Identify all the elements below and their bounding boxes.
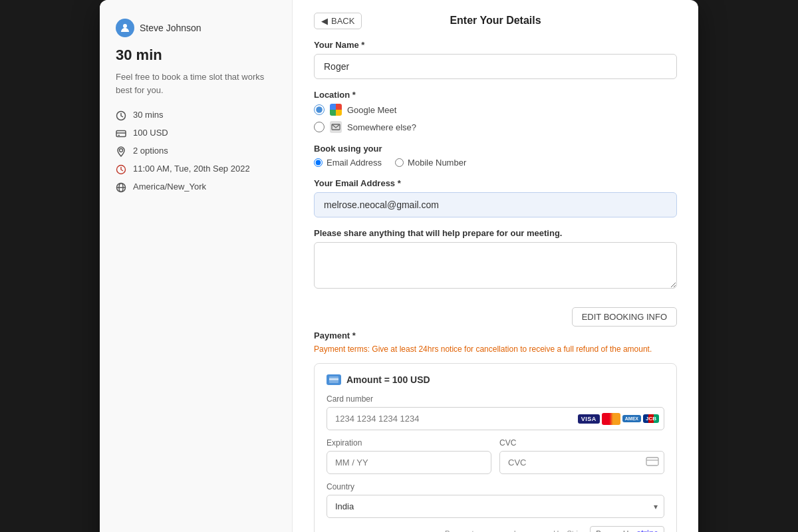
svg-rect-12 (330, 110, 336, 116)
amex-badge: AMEX (622, 415, 641, 422)
book-mobile-option[interactable]: Mobile Number (395, 158, 466, 168)
stripe-badge: Powered by stripe (590, 526, 664, 532)
book-using-section: Book using your Email Address Mobile Num… (314, 144, 677, 168)
expiry-input[interactable] (327, 451, 491, 474)
notes-label: Please share anything that will help pre… (314, 228, 677, 238)
svg-point-5 (120, 149, 123, 152)
somewhere-icon (330, 121, 342, 133)
meeting-desc: Feel free to book a time slot that works… (116, 70, 276, 96)
left-panel: Steve Johnson 30 min Feel free to book a… (100, 0, 293, 532)
country-wrapper: India United States United Kingdom Canad… (327, 495, 664, 518)
info-list: 30 mins 100 USD (116, 110, 276, 193)
somewhere-else-label: Somewhere else? (347, 122, 416, 132)
right-panel: ◀ BACK Enter Your Details Your Name * Lo… (293, 0, 698, 532)
location-label: Location * (314, 90, 677, 100)
svg-rect-17 (646, 458, 658, 466)
cvc-card-icon (646, 457, 659, 469)
email-radio[interactable] (314, 158, 323, 167)
powered-by-text: Powered by (596, 529, 634, 532)
page-title: Enter Your Details (450, 15, 541, 27)
cvc-label: CVC (499, 438, 664, 448)
svg-rect-2 (116, 131, 126, 137)
stripe-logo: stripe (636, 529, 658, 532)
email-label: Your Email Address * (314, 178, 677, 188)
avatar (116, 19, 134, 37)
info-item-duration: 30 mins (116, 110, 276, 121)
edit-booking-row: EDIT BOOKING INFO (314, 302, 677, 327)
email-option-label: Email Address (327, 158, 382, 168)
amount-text: Amount = 100 USD (346, 374, 430, 385)
mastercard-badge (602, 413, 620, 425)
booking-modal: Steve Johnson 30 min Feel free to book a… (100, 0, 698, 532)
country-label: Country (327, 482, 664, 491)
svg-rect-11 (336, 104, 342, 110)
svg-rect-13 (336, 110, 342, 116)
clock-icon (116, 110, 126, 121)
card-badges: VISA AMEX JCB (578, 413, 659, 425)
location-google-meet[interactable]: Google Meet (314, 104, 677, 116)
payment-card-icon (327, 374, 341, 385)
expiry-label: Expiration (327, 438, 491, 448)
meeting-title: 30 min (116, 47, 276, 64)
name-section: Your Name * (314, 40, 677, 79)
visa-badge: VISA (578, 414, 600, 424)
duration-text: 30 mins (133, 110, 164, 120)
svg-rect-10 (330, 104, 336, 110)
card-number-section: Card number VISA AMEX JCB (327, 394, 664, 430)
google-meet-radio[interactable] (314, 104, 325, 115)
location-section: Location * Google Meet (314, 90, 677, 133)
jcb-badge: JCB (643, 414, 659, 423)
email-input[interactable] (314, 192, 677, 217)
calendar-clock-icon (116, 164, 126, 175)
card-input-wrapper: VISA AMEX JCB (327, 407, 664, 430)
payment-terms: Payment terms: Give at least 24hrs notic… (314, 343, 677, 355)
info-item-datetime: 11:00 AM, Tue, 20th Sep 2022 (116, 164, 276, 175)
cvc-section: CVC (499, 438, 664, 474)
country-section: Country India United States United Kingd… (327, 482, 664, 518)
google-meet-label: Google Meet (347, 105, 396, 115)
notes-input[interactable] (314, 242, 677, 289)
mobile-option-label: Mobile Number (408, 158, 466, 168)
info-item-options: 2 options (116, 146, 276, 157)
location-radio-group: Google Meet Somewhere else? (314, 104, 677, 133)
expiry-section: Expiration (327, 438, 491, 474)
cvc-wrapper (499, 451, 664, 474)
host-row: Steve Johnson (116, 19, 276, 37)
card-number-label: Card number (327, 394, 664, 404)
notes-section: Please share anything that will help pre… (314, 228, 677, 291)
back-label: BACK (331, 16, 354, 26)
mobile-radio[interactable] (395, 158, 404, 167)
info-item-timezone: America/New_York (116, 182, 276, 193)
book-using-label: Book using your (314, 144, 677, 154)
name-input[interactable] (314, 54, 677, 79)
expiry-cvc-row: Expiration CVC (327, 438, 664, 474)
back-button[interactable]: ◀ BACK (314, 13, 362, 29)
info-item-price: 100 USD (116, 128, 276, 139)
edit-booking-button[interactable]: EDIT BOOKING INFO (572, 307, 677, 327)
pin-icon (116, 146, 126, 157)
price-text: 100 USD (133, 128, 168, 138)
book-email-option[interactable]: Email Address (314, 158, 382, 168)
payment-section: Payment * Payment terms: Give at least 2… (314, 331, 677, 532)
email-section: Your Email Address * (314, 178, 677, 217)
datetime-text: 11:00 AM, Tue, 20th Sep 2022 (133, 164, 250, 174)
payment-box: Amount = 100 USD Card number VISA AMEX J… (314, 363, 677, 532)
amount-row: Amount = 100 USD (327, 374, 664, 385)
svg-point-0 (123, 24, 127, 28)
globe-icon (116, 182, 126, 193)
back-arrow-icon: ◀ (321, 16, 328, 26)
stripe-row: Payments are securely processed by Strip… (327, 526, 664, 532)
host-name: Steve Johnson (140, 23, 201, 33)
location-somewhere-else[interactable]: Somewhere else? (314, 121, 677, 133)
country-select[interactable]: India United States United Kingdom Canad… (327, 495, 664, 518)
right-header: ◀ BACK Enter Your Details (314, 15, 677, 27)
svg-rect-16 (329, 378, 338, 380)
timezone-text: America/New_York (133, 182, 206, 192)
cvc-input[interactable] (499, 451, 664, 474)
google-meet-icon (330, 104, 342, 116)
stripe-text: Payments are securely processed by Strip… (445, 529, 586, 532)
options-text: 2 options (133, 146, 168, 156)
payment-label: Payment * (314, 331, 677, 340)
credit-card-icon (116, 128, 126, 139)
somewhere-else-radio[interactable] (314, 122, 325, 132)
